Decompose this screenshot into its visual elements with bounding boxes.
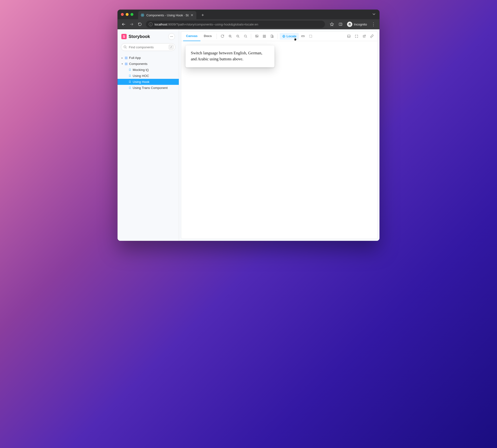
svg-line-29 — [238, 37, 239, 37]
address-bar: i localhost:9009/?path=/story/components… — [117, 19, 380, 29]
svg-point-12 — [171, 36, 172, 37]
traffic-lights — [121, 13, 133, 16]
storybook-logo-icon: S — [121, 34, 127, 39]
bookmark-star-icon[interactable] — [328, 21, 336, 28]
svg-line-25 — [231, 37, 231, 37]
svg-rect-7 — [339, 23, 342, 26]
storybook-app: S Storybook / ▸ — [117, 29, 380, 241]
svg-rect-19 — [127, 58, 127, 59]
preview-panel: Canvas Docs — [181, 31, 378, 239]
svg-rect-47 — [309, 35, 312, 37]
svg-point-10 — [350, 24, 351, 25]
background-icon[interactable] — [253, 33, 260, 40]
toolbar-separator — [251, 34, 251, 39]
preview-toolbar: Canvas Docs — [181, 32, 377, 41]
viewport-icon[interactable] — [269, 33, 276, 40]
tree-story[interactable]: Using Trans Component — [117, 85, 179, 91]
tree-label: Full App — [129, 56, 141, 60]
search-input[interactable] — [121, 43, 176, 51]
tree-story-label: Using Trans Component — [133, 86, 168, 90]
caret-right-icon: ▸ — [121, 56, 123, 59]
caret-down-icon: ▾ — [121, 63, 123, 65]
svg-rect-35 — [263, 35, 264, 36]
tree-group-full-app[interactable]: ▸ Full App — [117, 55, 179, 61]
zoom-out-icon[interactable] — [234, 33, 241, 40]
svg-rect-20 — [125, 63, 126, 64]
fullscreen-icon[interactable] — [353, 33, 360, 40]
component-icon — [125, 63, 128, 65]
svg-point-11 — [170, 36, 171, 37]
svg-rect-38 — [265, 36, 266, 37]
main: Canvas Docs — [179, 29, 380, 241]
remount-icon[interactable] — [219, 33, 226, 40]
browser-tab[interactable]: Components - Using Hook · St ✕ — [138, 11, 196, 19]
window-menu-button[interactable] — [372, 12, 376, 16]
tree: ▸ Full App ▾ Components — [117, 54, 179, 92]
tree-story-label: Using HOC — [133, 74, 149, 78]
incognito-icon — [347, 22, 352, 27]
zoom-reset-icon[interactable] — [242, 33, 249, 40]
react-favicon-icon — [141, 13, 144, 17]
window-minimize-icon[interactable] — [126, 13, 128, 16]
nav-reload-button[interactable] — [136, 21, 144, 28]
search-icon — [123, 45, 127, 49]
tree-label: Components — [129, 62, 147, 66]
grid-icon[interactable] — [261, 33, 268, 40]
nav-back-button[interactable] — [120, 21, 127, 28]
svg-rect-21 — [127, 63, 127, 64]
measure-icon[interactable] — [299, 33, 306, 40]
outline-icon[interactable] — [307, 33, 314, 40]
url-host: localhost — [155, 23, 167, 26]
tab-canvas-label: Canvas — [186, 34, 198, 38]
svg-rect-36 — [265, 35, 266, 36]
story-icon — [128, 75, 131, 77]
site-info-icon[interactable]: i — [149, 22, 153, 26]
search-shortcut: / — [169, 45, 174, 49]
svg-rect-48 — [347, 35, 350, 37]
window-zoom-icon[interactable] — [130, 13, 133, 16]
component-icon — [125, 56, 128, 59]
open-new-tab-icon[interactable] — [360, 33, 368, 40]
zoom-in-icon[interactable] — [226, 33, 234, 40]
url-port: :9009 — [167, 23, 176, 26]
canvas-area: Switch language between English, German,… — [181, 41, 377, 239]
svg-point-34 — [256, 36, 257, 36]
svg-rect-37 — [263, 36, 264, 37]
tab-close-icon[interactable]: ✕ — [191, 13, 193, 17]
svg-rect-23 — [127, 64, 127, 65]
svg-line-32 — [246, 37, 247, 37]
toolbar-separator — [217, 34, 217, 39]
svg-point-13 — [172, 36, 173, 37]
tab-canvas[interactable]: Canvas — [183, 32, 200, 41]
browser-menu-button[interactable]: ⋮ — [370, 21, 377, 28]
new-tab-button[interactable]: + — [200, 12, 206, 18]
tab-title: Components - Using Hook · St — [146, 14, 189, 17]
tree-story-selected[interactable]: Using Hook — [117, 79, 179, 85]
svg-rect-17 — [127, 57, 127, 58]
copy-link-icon[interactable] — [368, 33, 375, 40]
tree-story-label: Using Hook — [133, 80, 149, 84]
tree-story[interactable]: Using HOC — [117, 73, 179, 79]
incognito-indicator[interactable]: Incognito — [346, 22, 369, 27]
tab-docs[interactable]: Docs — [201, 32, 215, 41]
toolbar-separator — [278, 34, 278, 39]
story-icon — [128, 80, 131, 83]
sidebar-menu-button[interactable] — [168, 33, 175, 40]
story-icon — [128, 87, 131, 89]
titlebar: Components - Using Hook · St ✕ + — [117, 10, 380, 19]
sidebar: S Storybook / ▸ — [117, 29, 179, 241]
url-path: /?path=/story/components--using-hook&glo… — [176, 23, 258, 26]
svg-rect-16 — [125, 57, 126, 58]
panel-toggle-icon[interactable] — [337, 21, 344, 28]
tree-group-components[interactable]: ▾ Components — [117, 61, 179, 67]
addons-panel-icon[interactable] — [345, 33, 352, 40]
nav-forward-button[interactable] — [128, 21, 135, 28]
story-card: Switch language between English, German,… — [186, 46, 274, 67]
story-icon — [128, 68, 131, 71]
url-field[interactable]: i localhost:9009/?path=/story/components… — [146, 21, 325, 28]
svg-rect-18 — [125, 58, 126, 59]
window-close-icon[interactable] — [121, 13, 124, 16]
tree-story[interactable]: Mocking t() — [117, 67, 179, 73]
locale-button[interactable]: Locale — [280, 33, 299, 40]
storybook-logo[interactable]: S Storybook — [121, 34, 150, 39]
